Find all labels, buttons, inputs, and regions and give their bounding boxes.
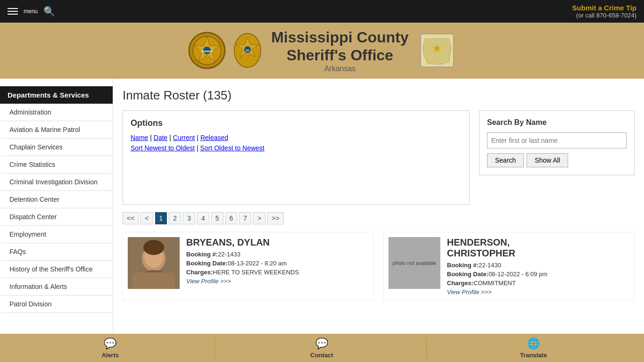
- inmate-booking-date-bryeans: Booking Date:08-13-2022 - 8:20 am: [186, 260, 299, 267]
- sidebar: Departments & Services Administration Av…: [0, 79, 113, 345]
- sidebar-item-history[interactable]: History of the Sheriff's Office: [0, 261, 113, 278]
- page-7-btn[interactable]: 7: [239, 212, 251, 224]
- sidebar-item-chaplain[interactable]: Chaplain Services: [0, 139, 113, 156]
- content-area: Inmate Roster (135) Options Name | Date …: [113, 79, 644, 345]
- sidebar-item-detention[interactable]: Detention Center: [0, 191, 113, 208]
- page-4-btn[interactable]: 4: [197, 212, 209, 224]
- show-all-button[interactable]: Show All: [527, 153, 568, 167]
- arkansas-map-icon: ★: [418, 32, 456, 69]
- view-profile-henderson[interactable]: View Profile >>>: [447, 288, 547, 296]
- svg-point-16: [143, 240, 164, 255]
- options-links-row1: Name | Date | Current | Released: [131, 134, 462, 141]
- bottom-bar: 💬 Alerts 💬 Contact 🌐 Translate: [0, 334, 644, 345]
- search-box: Search By Name Search Show All: [479, 110, 635, 175]
- page-first-btn[interactable]: <<: [123, 212, 139, 224]
- options-box: Options Name | Date | Current | Released…: [123, 110, 470, 205]
- sidebar-item-administration[interactable]: Administration: [0, 104, 113, 121]
- options-heading: Options: [131, 118, 462, 128]
- inmate-info-bryeans: BRYEANS, DYLAN Booking #:22-1433 Booking…: [186, 237, 299, 296]
- sidebar-item-cid[interactable]: Criminal Investigation Division: [0, 173, 113, 191]
- option-sort-oldest-link[interactable]: Sort Oldest to Newest: [200, 144, 264, 152]
- menu-button[interactable]: [8, 8, 18, 15]
- top-bar-right: Submit a Crime Tip (or call 870-658-7024…: [572, 4, 636, 19]
- sheriff-badge-icon: SHERIFF: [188, 32, 226, 69]
- top-bar: menu 🔍 Submit a Crime Tip (or call 870-6…: [0, 0, 644, 23]
- option-name-link[interactable]: Name: [131, 134, 148, 141]
- sidebar-item-aviation[interactable]: Aviation & Marine Patrol: [0, 121, 113, 139]
- page-last-btn[interactable]: >>: [267, 212, 283, 224]
- inmate-info-henderson: HENDERSON,CHRISTOPHER Booking #:22-1430 …: [447, 237, 547, 296]
- search-icon[interactable]: 🔍: [43, 6, 55, 17]
- sidebar-item-info-alerts[interactable]: Information & Alerts: [0, 278, 113, 296]
- main-container: Departments & Services Administration Av…: [0, 79, 644, 345]
- inmate-grid: BRYEANS, DYLAN Booking #:22-1433 Booking…: [123, 232, 635, 301]
- inmate-charges-henderson: Charges:COMMITMENT: [447, 280, 547, 287]
- view-profile-bryeans[interactable]: View Profile >>>: [186, 278, 299, 285]
- page-6-btn[interactable]: 6: [225, 212, 238, 224]
- sidebar-title: Departments & Services: [0, 86, 113, 104]
- translate-icon: 🌐: [527, 337, 540, 345]
- page-next-btn[interactable]: >: [253, 212, 265, 224]
- page-2-btn[interactable]: 2: [169, 212, 181, 224]
- sidebar-item-faqs[interactable]: FAQs: [0, 243, 113, 261]
- pagination: << < 1 2 3 4 5 6 7 > >>: [123, 212, 635, 224]
- inmate-charges-bryeans: Charges:HERE TO SERVE WEEKENDS: [186, 269, 299, 276]
- county-badge-icon: SO: [233, 32, 262, 69]
- page-3-btn[interactable]: 3: [183, 212, 195, 224]
- options-links-row2: Sort Newest to Oldest | Sort Oldest to N…: [131, 144, 462, 152]
- search-input[interactable]: [487, 132, 627, 148]
- inmate-name-henderson: HENDERSON,CHRISTOPHER: [447, 237, 547, 259]
- sidebar-item-crime-statistics[interactable]: Crime Statistics: [0, 156, 113, 173]
- inmate-photo-henderson: photo not available: [388, 237, 440, 289]
- inmate-name-bryeans: BRYEANS, DYLAN: [186, 237, 299, 248]
- site-title-area: Mississippi County Sheriff's Office Arka…: [271, 28, 409, 73]
- svg-rect-17: [132, 272, 175, 289]
- inmate-booking-date-henderson: Booking Date:08-12-2022 - 6:09 pm: [447, 271, 547, 278]
- top-bar-left: menu 🔍: [8, 6, 55, 17]
- alerts-button[interactable]: 💬 Alerts: [6, 337, 215, 345]
- menu-label: menu: [24, 8, 38, 15]
- option-date-link[interactable]: Date: [154, 134, 168, 141]
- page-title: Inmate Roster (135): [123, 88, 635, 103]
- page-5-btn[interactable]: 5: [211, 212, 223, 224]
- crime-tip-link[interactable]: Submit a Crime Tip: [572, 4, 636, 12]
- content-row: Options Name | Date | Current | Released…: [123, 110, 635, 205]
- sidebar-item-patrol[interactable]: Patrol Division: [0, 296, 113, 313]
- svg-text:★: ★: [432, 42, 442, 55]
- option-sort-newest-link[interactable]: Sort Newest to Oldest: [131, 144, 195, 152]
- svg-text:SHERIFF: SHERIFF: [201, 50, 213, 53]
- site-title-line1: Mississippi County Sheriff's Office: [271, 28, 409, 65]
- contact-icon: 💬: [315, 337, 328, 345]
- option-current-link[interactable]: Current: [173, 134, 195, 141]
- logo-area: SHERIFF SO: [188, 32, 262, 69]
- crime-tip-sub: (or call 870-658-7024): [572, 12, 636, 19]
- alerts-icon: 💬: [104, 337, 116, 345]
- sidebar-item-employment[interactable]: Employment: [0, 226, 113, 243]
- inmate-card-henderson: photo not available HENDERSON,CHRISTOPHE…: [383, 232, 635, 301]
- contact-button[interactable]: 💬 Contact: [217, 337, 427, 345]
- option-released-link[interactable]: Released: [200, 134, 228, 141]
- site-header: SHERIFF SO Mississippi County Sheriff's …: [0, 23, 644, 79]
- site-subtitle: Arkansas: [271, 65, 409, 73]
- search-buttons: Search Show All: [487, 153, 627, 167]
- inmate-booking-num-bryeans: Booking #:22-1433: [186, 251, 299, 258]
- sidebar-item-dispatch[interactable]: Dispatch Center: [0, 208, 113, 226]
- search-heading: Search By Name: [487, 118, 627, 127]
- svg-text:SO: SO: [246, 49, 249, 52]
- page-1-btn[interactable]: 1: [155, 212, 167, 224]
- inmate-booking-num-henderson: Booking #:22-1430: [447, 262, 547, 269]
- search-button[interactable]: Search: [487, 153, 524, 167]
- no-photo-label: photo not available: [393, 260, 436, 266]
- page-prev-btn[interactable]: <: [140, 212, 153, 224]
- translate-button[interactable]: 🌐 Translate: [429, 337, 638, 345]
- inmate-card-bryeans: BRYEANS, DYLAN Booking #:22-1433 Booking…: [123, 232, 374, 301]
- inmate-photo-bryeans: [128, 237, 180, 289]
